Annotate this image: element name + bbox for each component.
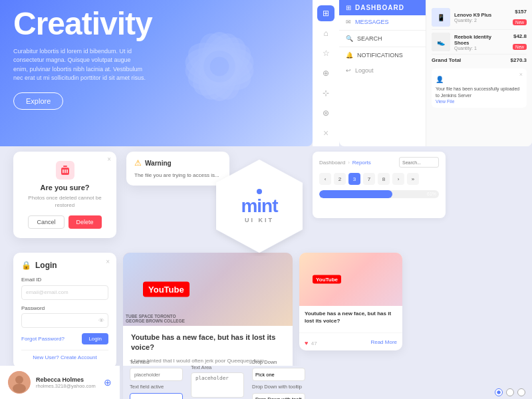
radio-button-2[interactable] [506,388,514,396]
page-next[interactable]: › [392,173,404,185]
text-area-input[interactable] [191,372,244,398]
delete-button-row: Cancel Delete [21,215,108,229]
trash-icon [61,165,70,176]
cart-item-info-2: Reebok Identity Shoes Quantity: 1 [454,34,507,51]
delete-icon-wrapper [56,161,74,180]
svg-text:📱: 📱 [437,13,446,22]
cart-item-1: 📱 Lenovo K9 Plus Quantity: 2 $157 New [432,5,527,30]
notification-close[interactable]: × [519,71,523,78]
dashboard-icon: ⊞ [346,4,351,11]
delete-dialog-title: Are you sure? [21,184,108,192]
blog-like-count-small: 47 [311,340,317,346]
cart-item-info-1: Lenovo K9 Plus Quantity: 2 [454,12,507,23]
dialog-close-icon[interactable]: × [107,156,111,163]
cart-item-price-1: $157 [511,9,527,15]
breadcrumb-dashboard: Dashboard [319,160,345,166]
hero-section: Creativity Curabitur lobortis id lorem i… [0,0,313,146]
cart-item-2: 👟 Reebok Identity Shoes Quantity: 1 $42.… [432,30,527,55]
email-group: Email ID [21,277,108,300]
cart-item-price-2: $42.8 [511,33,527,39]
explore-button[interactable]: Explore [13,92,63,110]
lock-icon: 🔒 [21,261,31,270]
blog-title-small: Youtube has a new face, but has it lost … [305,310,397,325]
breadcrumb-separator: › [348,160,350,166]
login-header: 🔒 Login [21,261,108,270]
mint-content: mint UI KIT [241,189,277,223]
delete-dialog-text: Photos once deleted cannot be restored [21,194,108,209]
forgot-password-link[interactable]: Forgot Password? [21,336,65,342]
nav-icon-star[interactable]: ☆ [317,45,334,61]
page-last[interactable]: » [407,173,419,185]
breadcrumb-panel: Dashboard › Reports ‹ 2 3 7 8 › » 61% [313,152,446,218]
nav-icon-close[interactable]: × [317,125,334,141]
blog-footer-small: ♥ 47 Read More [299,332,402,350]
notification-link[interactable]: View File [436,99,523,104]
nav-icon-home[interactable]: ⌂ [317,25,334,41]
email-input[interactable] [21,285,108,300]
cart-item-image-2: 👟 [432,33,450,51]
flower-decoration [166,13,273,120]
eye-icon[interactable]: 👁 [98,317,104,324]
mint-dot [257,189,262,194]
radio-button-1[interactable] [495,388,503,396]
blog-image-large: YouTube TUBE SPACE TORONTOGEORGE BROWN C… [123,253,293,326]
nav-icon-grid[interactable]: ⊞ [317,5,334,21]
page-2[interactable]: 2 [334,173,346,185]
svg-rect-15 [63,166,67,167]
text-field-input[interactable] [130,368,183,381]
breadcrumb: Dashboard › Reports [319,157,439,168]
hero-title: Creativity [13,7,152,42]
mint-name: mint [241,196,277,217]
blog-likes-small: ♥ 47 [305,336,317,348]
text-field-active-label: Text field active [130,384,183,390]
blog-card-small: YouTube Youtube has a new face, but has … [299,253,402,350]
avatar-image [8,371,31,394]
mint-badge: mint UI KIT [206,153,313,259]
login-close-icon[interactable]: × [106,258,110,265]
password-label: Password [21,305,108,311]
sidebar-navigation: ⊞ ⌂ ☆ ⊕ ⊹ ⊛ × [313,0,339,146]
nav-icon-plus[interactable]: ⊕ [317,65,334,81]
text-field-group: Text field Text field active [130,359,183,400]
dropdown-select[interactable]: Pick one [252,368,305,381]
blog-image-small: YouTube [299,253,402,306]
page-prev[interactable]: ‹ [319,173,331,185]
youtube-logo-small: YouTube [313,275,341,284]
page-3[interactable]: 3 [348,173,360,185]
blog-location: TUBE SPACE TORONTOGEORGE BROWN COLLEGE [126,314,185,323]
radio-button-3[interactable] [517,388,525,396]
add-user-icon[interactable]: ⊕ [104,377,112,388]
cart-badge-new-2: New [513,44,527,50]
delete-button[interactable]: Delete [68,215,102,229]
dropdown-sub-label: Drop Down with tooltip [252,384,305,390]
login-button[interactable]: Login [82,333,108,344]
cart-item-image-1: 📱 [432,8,450,27]
nav-icon-search[interactable]: ⊹ [317,85,334,101]
password-input[interactable] [21,313,108,328]
bell-icon: 🔔 [346,52,353,59]
profile-email: rholmes.3218@yahoo.com [36,383,98,389]
progress-bar: 61% [319,190,439,198]
breadcrumb-search[interactable] [399,157,439,168]
progress-label: 61% [427,190,436,198]
text-field-label: Text field [130,359,183,365]
pagination: ‹ 2 3 7 8 › » [319,173,439,185]
dropdown-tooltip-select[interactable]: Drop Down with tooltip [252,393,305,400]
dashboard-title: DASHBOARD [355,4,404,11]
cart-item-price-col-1: $157 New [511,9,527,27]
create-account-link[interactable]: New User? Create Account [21,350,108,360]
cancel-button[interactable]: Cancel [28,215,64,229]
login-card: × 🔒 Login Email ID Password 👁 Forgot Pas… [13,253,116,368]
breadcrumb-reports: Reports [352,160,371,166]
text-field-active-input[interactable] [130,393,183,400]
form-fields-section: Text field Text field active Text Area D… [123,366,376,399]
warning-icon: ⚠ [134,158,142,168]
nav-icon-settings[interactable]: ⊛ [317,105,334,121]
page-7[interactable]: 7 [363,173,375,185]
cart-panel: 📱 Lenovo K9 Plus Quantity: 2 $157 New 👟 … [426,0,532,146]
page-8[interactable]: 8 [378,173,390,185]
notification-icon: 👤 [436,76,444,83]
cart-item-price-col-2: $42.8 New [511,33,527,51]
read-more-small[interactable]: Read More [370,339,397,345]
svg-point-9 [210,57,229,76]
